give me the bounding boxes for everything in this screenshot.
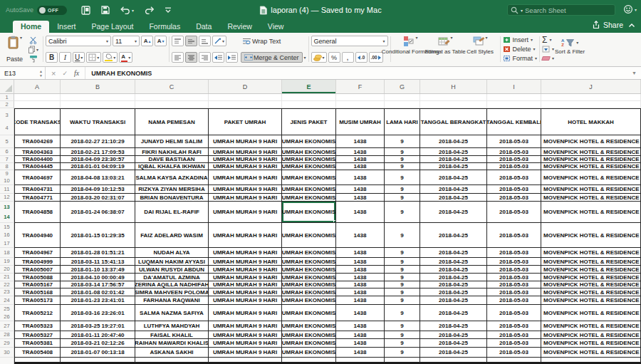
tab-insert[interactable]: Insert xyxy=(49,21,83,33)
cell[interactable]: 1438 xyxy=(336,135,385,148)
delete-cells-button[interactable]: Delete▾ xyxy=(503,45,538,54)
cell[interactable]: 2018-05-03 xyxy=(487,348,541,358)
tab-home[interactable]: Home xyxy=(13,21,49,33)
column-header-I[interactable]: I xyxy=(487,80,541,93)
cell[interactable]: UMRAH MURAH 9 HARI xyxy=(209,321,282,331)
cell[interactable]: 2018-04-25 xyxy=(420,305,487,321)
cell[interactable]: UMRAH EKONOMIS xyxy=(282,348,336,358)
cell[interactable]: 2018-04-25 xyxy=(420,135,487,148)
cell-styles-button[interactable]: ▾ Cell Styles xyxy=(463,34,498,64)
accounting-format-button[interactable]: ▾ xyxy=(311,52,327,63)
cell[interactable]: FAISAL KHALIL xyxy=(135,331,209,339)
cell[interactable]: ASKANA SAKHI xyxy=(135,348,209,358)
cell[interactable]: UMRAH EKONOMIS xyxy=(282,296,336,305)
cell[interactable] xyxy=(420,358,487,364)
cell[interactable]: 1438 xyxy=(336,156,385,163)
format-as-table-button[interactable]: ▾ Format as Table xyxy=(428,34,463,64)
row-header[interactable]: 24 xyxy=(0,296,14,305)
align-bottom-button[interactable] xyxy=(199,36,211,46)
merge-center-button[interactable]: Merge & Center xyxy=(241,52,303,63)
cell[interactable]: 9 xyxy=(385,194,420,202)
cell[interactable]: 9 xyxy=(385,163,420,170)
column-header-F[interactable]: F xyxy=(336,80,385,93)
cell[interactable]: BRIAN BONAVENTURA xyxy=(135,194,209,202)
cell[interactable] xyxy=(385,358,420,364)
cell[interactable]: 2018-05-03 xyxy=(487,331,541,339)
number-format-select[interactable]: General▾ xyxy=(311,36,388,46)
cell[interactable]: 2018-04-25 xyxy=(420,281,487,288)
cell[interactable]: 1438 xyxy=(336,321,385,331)
cell[interactable] xyxy=(135,358,209,364)
cell[interactable] xyxy=(282,94,336,101)
formula-input[interactable]: UMRAH EKONOMIS xyxy=(85,70,632,77)
cell[interactable]: 9 xyxy=(385,258,420,266)
cell[interactable]: 1438 xyxy=(336,331,385,339)
cell[interactable]: 2018-01-24 06:38:07 xyxy=(61,202,135,223)
column-header-A[interactable]: A xyxy=(14,80,61,93)
cell[interactable]: 1438 xyxy=(336,163,385,170)
cell[interactable]: MOVENPICK HOTEL & RESIDENCE H xyxy=(541,194,641,202)
cell[interactable]: UMRAH EKONOMIS xyxy=(282,248,336,258)
decrease-font-button[interactable]: A▾ xyxy=(155,36,167,46)
cell[interactable]: UMRAH EKONOMIS xyxy=(282,321,336,331)
row-header[interactable]: 34 xyxy=(0,108,14,135)
column-header-C[interactable]: C xyxy=(135,80,209,93)
cell[interactable] xyxy=(385,94,420,101)
cell[interactable]: 2018-05-03 xyxy=(487,266,541,274)
cell[interactable]: UMRAH EKONOMIS xyxy=(282,148,336,156)
cell[interactable] xyxy=(336,358,385,364)
cell[interactable]: DAVE BASTIAAN xyxy=(135,156,209,163)
cell[interactable]: 2018-04-25 xyxy=(420,194,487,202)
cell[interactable]: UMRAH MURAH 9 HARI xyxy=(209,194,282,202)
decrease-indent-button[interactable] xyxy=(212,52,224,63)
cell[interactable]: 1438 xyxy=(336,288,385,296)
header-cell[interactable]: JENIS PAKET xyxy=(282,108,336,135)
font-name-select[interactable]: Calibri▾ xyxy=(46,36,111,46)
cell[interactable]: 2018-04-25 xyxy=(420,258,487,266)
cell[interactable]: UMRAH EKONOMIS xyxy=(282,163,336,170)
row-header[interactable]: 2526 xyxy=(0,305,14,321)
cell[interactable]: TRA004697 xyxy=(14,170,61,185)
cell[interactable]: 9 xyxy=(385,305,420,321)
cell[interactable]: 9 xyxy=(385,331,420,339)
cell[interactable]: 2018-01-15 01:29:35 xyxy=(61,223,135,248)
row-header[interactable]: 30 xyxy=(0,348,14,358)
name-box[interactable]: E13 xyxy=(0,67,37,79)
tab-data[interactable]: Data xyxy=(188,21,219,33)
cell[interactable]: UMRAH EKONOMIS xyxy=(282,223,336,248)
cell[interactable]: TRA004269 xyxy=(14,135,61,148)
cell[interactable]: 2018-04-09 10:12:53 xyxy=(61,185,135,194)
cell[interactable]: 2018-04-25 xyxy=(420,163,487,170)
collapse-ribbon-icon[interactable] xyxy=(628,23,635,28)
tab-view[interactable]: View xyxy=(260,21,292,33)
row-header[interactable]: 6 xyxy=(0,148,14,156)
insert-cells-button[interactable]: Insert▾ xyxy=(503,36,538,45)
cell[interactable]: 1438 xyxy=(336,148,385,156)
cell[interactable]: 1438 xyxy=(336,339,385,348)
cell[interactable]: UMRAH MURAH 9 HARI xyxy=(209,258,282,266)
cell[interactable]: 1438 xyxy=(336,281,385,288)
cell[interactable]: 2018-05-03 xyxy=(487,135,541,148)
percent-style-button[interactable]: % xyxy=(328,52,340,63)
cell[interactable]: TRA004731 xyxy=(14,185,61,194)
cell[interactable]: TRA005212 xyxy=(14,305,61,321)
text-orientation-button[interactable]: ▾ xyxy=(212,36,226,46)
align-right-button[interactable] xyxy=(199,52,211,63)
merge-center-dropdown-icon[interactable]: ▾ xyxy=(304,56,306,60)
cell[interactable]: TRA005088 xyxy=(14,274,61,281)
cell[interactable]: TRA005327 xyxy=(14,331,61,339)
header-cell[interactable]: HOTEL MAKKAH xyxy=(541,108,641,135)
cell[interactable]: 2018-04-25 xyxy=(420,321,487,331)
cell[interactable]: MOVENPICK HOTEL & RESIDENCE H xyxy=(541,348,641,358)
cell[interactable] xyxy=(135,94,209,101)
cut-button[interactable] xyxy=(26,36,41,45)
bold-button[interactable]: B xyxy=(46,52,58,63)
cell[interactable]: 1438 xyxy=(336,266,385,274)
cell[interactable] xyxy=(209,358,282,364)
align-left-button[interactable] xyxy=(172,52,184,63)
header-cell[interactable]: LAMA HARI xyxy=(385,108,420,135)
decrease-decimal-button[interactable]: .00 xyxy=(369,52,383,63)
cell[interactable]: UMRAH EKONOMIS xyxy=(282,202,336,223)
cell[interactable] xyxy=(14,358,61,364)
cell[interactable]: 2018-04-25 xyxy=(420,339,487,348)
